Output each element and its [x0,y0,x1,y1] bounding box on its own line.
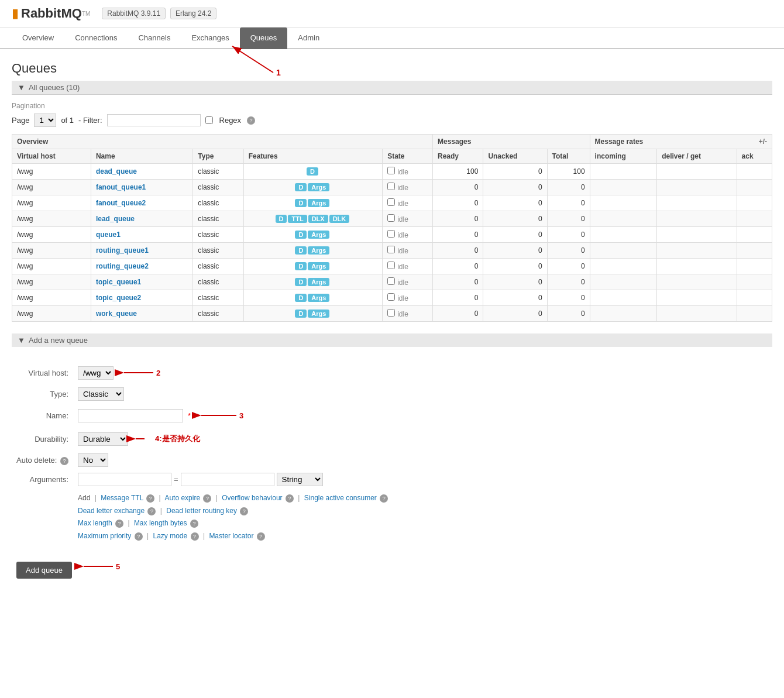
group-message-rates: Message rates +/- [590,135,772,149]
argument-type-select[interactable]: String Number Boolean [277,473,323,486]
add-queue-button[interactable]: Add queue [16,562,72,579]
queue-name-link[interactable]: dead_queue [96,167,137,176]
cell-name[interactable]: lead_queue [91,211,192,227]
cell-vhost: /wwg [12,290,91,306]
cell-name[interactable]: topic_queue1 [91,274,192,290]
link-max-priority[interactable]: Maximum priority [78,532,131,540]
state-checkbox[interactable] [387,262,395,269]
regex-help-icon[interactable]: ? [247,116,255,125]
name-input[interactable] [78,409,183,422]
state-checkbox[interactable] [387,309,395,317]
main-content: Queues 1 ▼ All queues (10) Pagination Pa… [0,49,784,597]
link-auto-expire[interactable]: Auto expire [164,494,200,502]
state-checkbox[interactable] [387,198,395,206]
max-length-help[interactable]: ? [115,520,123,528]
queue-name-link[interactable]: topic_queue2 [96,294,141,302]
col-incoming: incoming [590,149,657,164]
lazy-mode-help[interactable]: ? [191,532,199,541]
link-dead-letter-routing-key[interactable]: Dead letter routing key [166,507,237,515]
cell-name[interactable]: topic_queue2 [91,290,192,306]
link-single-active[interactable]: Single active consumer [304,494,377,502]
state-checkbox[interactable] [387,293,395,301]
vhost-label: Virtual host: [12,361,73,384]
master-locator-help[interactable]: ? [257,532,265,541]
add-queue-section-header[interactable]: ▼ Add a new queue [12,333,772,347]
auto-delete-select[interactable]: No Yes [78,453,108,467]
link-lazy-mode[interactable]: Lazy mode [153,532,188,540]
queue-name-link[interactable]: fanout_queue1 [96,183,146,191]
queue-name-link[interactable]: lead_queue [96,215,135,223]
link-max-length[interactable]: Max length [78,519,112,527]
msg-ttl-help[interactable]: ? [146,494,154,503]
argument-key-input[interactable] [78,473,171,486]
table-row: /wwgqueue1classicDArgsidle000 [12,227,772,243]
max-length-bytes-help[interactable]: ? [190,520,198,528]
filter-input[interactable] [107,114,201,126]
regex-checkbox[interactable] [205,116,213,124]
nav-overview[interactable]: Overview [12,27,64,49]
cell-total: 100 [547,164,590,180]
state-checkbox[interactable] [387,167,395,174]
plus-minus-btn[interactable]: +/- [759,137,767,146]
pagination-label: Pagination [12,102,772,110]
max-priority-help[interactable]: ? [135,532,143,541]
cell-ready: 0 [432,274,483,290]
group-messages: Messages [432,135,590,149]
section-arrow: ▼ [18,83,25,92]
auto-delete-row: Auto delete: ? No Yes [12,451,393,470]
durability-select[interactable]: Durable Transient [78,432,128,446]
nav-channels[interactable]: Channels [128,27,181,49]
queue-name-link[interactable]: routing_queue1 [96,246,149,255]
add-queue-section: ▼ Add a new queue Virtual host: /wwg [12,333,772,586]
link-message-ttl[interactable]: Message TTL [101,494,143,502]
auto-expire-help[interactable]: ? [203,494,211,503]
cell-name[interactable]: queue1 [91,227,192,243]
state-checkbox[interactable] [387,230,395,238]
queue-name-link[interactable]: queue1 [96,231,121,239]
annotation4-text: 4:是否持久化 [155,434,200,444]
logo-text: RabbitMQ [21,6,82,21]
state-checkbox[interactable] [387,214,395,222]
annotation-arrow3: 3 [195,407,248,424]
dle-help[interactable]: ? [147,507,156,515]
logo-icon: ▮ [12,6,19,21]
cell-name[interactable]: routing_queue1 [91,243,192,259]
cell-vhost: /wwg [12,306,91,322]
cell-type: classic [193,227,243,243]
cell-name[interactable]: work_queue [91,306,192,322]
overflow-help[interactable]: ? [286,494,294,503]
queue-name-link[interactable]: routing_queue2 [96,262,149,270]
queue-name-link[interactable]: work_queue [96,310,137,318]
auto-delete-help[interactable]: ? [60,457,68,465]
link-max-length-bytes[interactable]: Max length bytes [134,519,187,527]
table-row: /wwgfanout_queue2classicDArgsidle000 [12,195,772,211]
link-overflow-behaviour[interactable]: Overflow behaviour [222,494,282,502]
all-queues-section[interactable]: ▼ All queues (10) [12,81,772,94]
cell-name[interactable]: fanout_queue2 [91,195,192,211]
state-checkbox[interactable] [387,183,395,190]
cell-state: idle [383,259,433,274]
cell-name[interactable]: routing_queue2 [91,259,192,274]
link-dead-letter-exchange[interactable]: Dead letter exchange [78,507,145,515]
page-select[interactable]: 1 [34,114,56,127]
argument-val-input[interactable] [181,473,274,486]
vhost-select[interactable]: /wwg [78,366,114,380]
dlrk-help[interactable]: ? [240,507,248,515]
nav-connections[interactable]: Connections [64,27,128,49]
state-checkbox[interactable] [387,246,395,253]
annotation-arrow5: 5 [78,558,125,575]
single-active-help[interactable]: ? [380,494,388,503]
col-ready: Ready [432,149,483,164]
link-master-locator[interactable]: Master locator [209,532,253,540]
queue-name-link[interactable]: fanout_queue2 [96,199,146,207]
arguments-label: Arguments: [12,470,73,489]
cell-unacked: 0 [483,243,547,259]
cell-features: DArgs [243,227,382,243]
state-checkbox[interactable] [387,277,395,285]
cell-name[interactable]: dead_queue [91,164,192,180]
type-select[interactable]: Classic Quorum [78,387,124,401]
cell-unacked: 0 [483,306,547,322]
cell-deliver-get [657,243,737,259]
queue-name-link[interactable]: topic_queue1 [96,278,141,286]
cell-name[interactable]: fanout_queue1 [91,180,192,195]
